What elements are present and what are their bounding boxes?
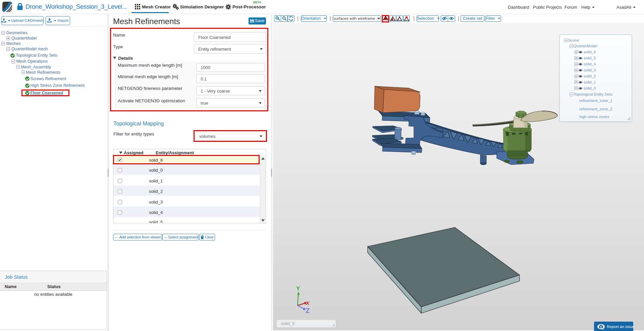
svg-text:Y: Y (296, 285, 300, 292)
svg-text:Z: Z (306, 307, 310, 314)
svg-text:X: X (306, 300, 310, 306)
